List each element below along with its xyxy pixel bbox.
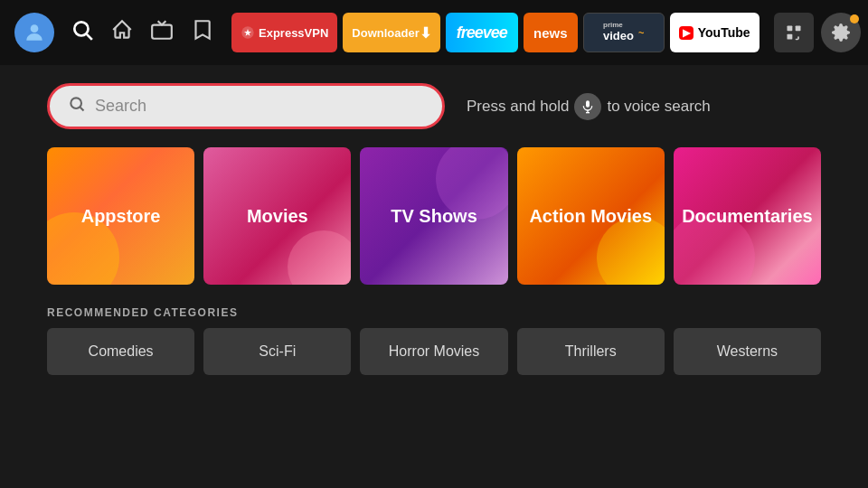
voice-hint: Press and hold to voice search [467, 93, 711, 120]
downloader-label: Downloader [352, 26, 419, 40]
rec-item-westerns[interactable]: Westerns [674, 328, 821, 375]
settings-button[interactable] [821, 13, 861, 52]
card-movies-label: Movies [247, 206, 308, 227]
search-section: Search Press and hold to voice search [0, 65, 868, 147]
header: ExpressVPN Downloader ⬇ freevee news pri… [0, 0, 868, 65]
tv-nav-icon[interactable] [150, 18, 174, 47]
card-appstore[interactable]: Appstore [47, 147, 194, 285]
app-downloader-button[interactable]: Downloader ⬇ [343, 13, 439, 52]
rec-item-horror-label: Horror Movies [389, 343, 479, 360]
voice-hint-prefix: Press and hold [467, 98, 569, 116]
recommended-section: Recommended Categories Comedies Sci-Fi H… [0, 306, 868, 375]
app-prime-button[interactable]: prime video ~ [583, 13, 665, 52]
grid-button[interactable] [774, 13, 814, 52]
search-nav-icon[interactable] [71, 18, 94, 47]
search-placeholder: Search [95, 97, 146, 116]
svg-point-1 [74, 22, 88, 35]
svg-rect-9 [795, 39, 797, 41]
svg-rect-3 [152, 25, 172, 39]
card-action-movies-label: Action Movies [529, 206, 652, 227]
app-youtube-button[interactable]: ▶ YouTube [670, 13, 760, 52]
card-tvshows[interactable]: TV Shows [360, 147, 507, 285]
svg-line-2 [87, 34, 92, 40]
category-cards-grid: Appstore Movies TV Shows Action Movies D… [47, 147, 821, 285]
search-bar[interactable]: Search [47, 83, 445, 129]
card-movies[interactable]: Movies [203, 147, 351, 285]
svg-point-0 [31, 24, 39, 33]
youtube-icon: ▶ [679, 26, 693, 40]
rec-item-horror[interactable]: Horror Movies [360, 328, 507, 375]
header-right-actions [774, 13, 861, 52]
svg-rect-5 [787, 26, 792, 32]
expressvpn-label: ExpressVPN [259, 26, 328, 40]
news-label: news [533, 25, 568, 41]
freevee-label: freevee [457, 23, 507, 42]
svg-point-10 [71, 98, 81, 108]
card-tvshows-label: TV Shows [391, 206, 477, 227]
settings-notification-badge [850, 14, 859, 23]
card-documentaries-label: Documentaries [682, 206, 813, 227]
svg-rect-6 [795, 26, 800, 32]
nav-icons [14, 13, 213, 52]
user-avatar[interactable] [14, 13, 54, 52]
recommended-grid: Comedies Sci-Fi Horror Movies Thrillers … [47, 328, 821, 375]
app-freevee-button[interactable]: freevee [446, 13, 518, 52]
bookmark-nav-icon[interactable] [190, 18, 213, 47]
rec-item-thrillers[interactable]: Thrillers [517, 328, 665, 375]
rec-item-scifi-label: Sci-Fi [259, 343, 296, 360]
app-expressvpn-button[interactable]: ExpressVPN [231, 13, 337, 52]
mic-icon [574, 93, 601, 120]
recommended-title: Recommended Categories [47, 306, 821, 319]
rec-item-comedies[interactable]: Comedies [47, 328, 194, 375]
app-news-button[interactable]: news [524, 13, 578, 52]
card-documentaries[interactable]: Documentaries [674, 147, 821, 285]
rec-item-westerns-label: Westerns [717, 343, 778, 360]
search-bar-icon [68, 95, 86, 117]
rec-item-scifi[interactable]: Sci-Fi [203, 328, 351, 375]
card-action-movies[interactable]: Action Movies [517, 147, 665, 285]
youtube-label: YouTube [698, 25, 750, 40]
category-cards-section: Appstore Movies TV Shows Action Movies D… [0, 147, 868, 285]
voice-hint-suffix: to voice search [607, 98, 710, 116]
svg-rect-12 [586, 100, 590, 107]
svg-rect-7 [787, 34, 792, 40]
rec-item-comedies-label: Comedies [89, 343, 154, 360]
card-appstore-label: Appstore [81, 206, 161, 227]
svg-line-11 [80, 108, 84, 111]
home-nav-icon[interactable] [110, 18, 134, 47]
app-shortcuts: ExpressVPN Downloader ⬇ freevee news pri… [231, 13, 760, 52]
rec-item-thrillers-label: Thrillers [565, 343, 617, 360]
